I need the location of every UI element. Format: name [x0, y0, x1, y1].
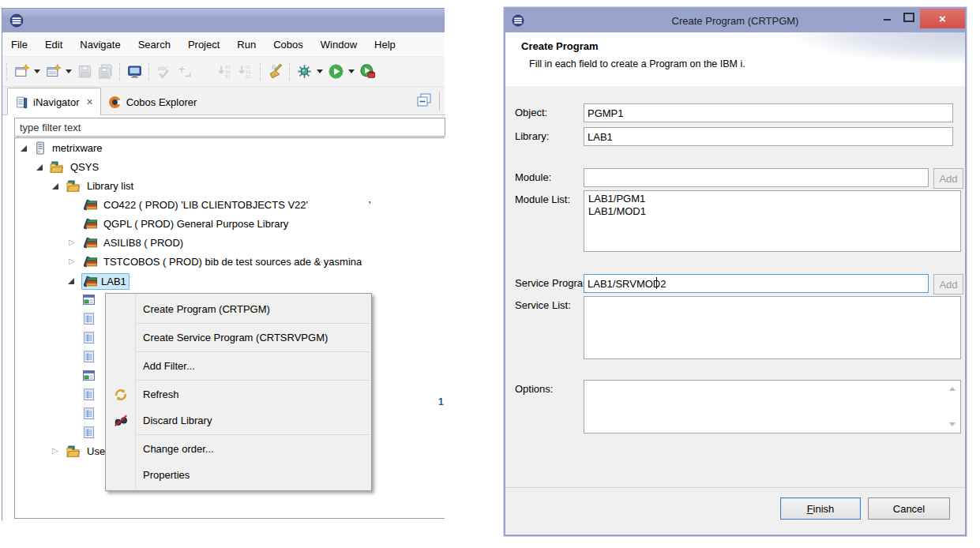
menu-edit[interactable]: Edit: [36, 32, 71, 56]
datafile-icon: [82, 407, 96, 420]
scroll-up-icon[interactable]: [949, 387, 956, 391]
new-wizard-dropdown[interactable]: [34, 69, 40, 73]
tab-label: Cobos Explorer: [126, 96, 197, 108]
expanded-arrow-icon[interactable]: [52, 183, 58, 190]
datafile-icon: [82, 426, 96, 439]
library-icon: [84, 255, 97, 268]
tree-row[interactable]: CO422 ( PROD) 'LIB CLIENTOBJECTS V22' ': [15, 197, 445, 214]
debug-button[interactable]: [295, 62, 314, 81]
selection-highlight: LAB1: [81, 273, 130, 290]
tab-inavigator[interactable]: iNavigator ×: [7, 88, 101, 115]
dialog-titlebar[interactable]: Create Program (CRTPGM) ×: [505, 9, 965, 32]
add-element-button[interactable]: [175, 62, 193, 81]
toolbar-divider: [119, 63, 120, 81]
new-view-button[interactable]: [43, 62, 62, 81]
menu-separator: [137, 434, 370, 435]
window-titlebar[interactable]: [2, 9, 445, 32]
menu-help[interactable]: Help: [366, 32, 404, 56]
menu-item-change-order[interactable]: Change order...: [106, 436, 371, 462]
module-list-box[interactable]: LAB1/PGM1LAB1/MOD1: [584, 190, 961, 252]
binary-download-button[interactable]: [216, 62, 235, 81]
save-all-button[interactable]: [96, 62, 115, 81]
service-list-box[interactable]: [584, 296, 961, 359]
library-icon: [84, 217, 97, 231]
program-icon: [82, 293, 96, 306]
expanded-arrow-icon[interactable]: [36, 164, 43, 171]
clean-button[interactable]: [265, 62, 284, 81]
module-add-button[interactable]: Add: [933, 168, 963, 189]
spell-check-button[interactable]: [154, 62, 173, 81]
tree-row[interactable]: ▷ TSTCOBOS ( PROD) bib de test sources a…: [15, 253, 445, 271]
folder-icon: [66, 179, 80, 193]
wizard-header: Create Program Fill in each field to cre…: [505, 32, 965, 87]
datafile-icon: [82, 331, 96, 344]
expanded-arrow-icon[interactable]: [21, 145, 27, 152]
menu-item-discard-library[interactable]: Discard Library: [106, 407, 371, 434]
tree-row[interactable]: QGPL ( PROD) General Purpose Library: [15, 216, 445, 233]
menu-item-refresh[interactable]: Refresh: [106, 381, 371, 407]
maximize-button[interactable]: [898, 9, 920, 26]
service-program-add-button[interactable]: Add: [933, 274, 963, 295]
stray-apostrophe: ': [369, 199, 370, 211]
collapsed-arrow-icon[interactable]: ▷: [69, 257, 75, 265]
menu-window[interactable]: Window: [312, 32, 366, 56]
menu-project[interactable]: Project: [179, 32, 228, 56]
console-button[interactable]: [125, 62, 144, 81]
options-textarea[interactable]: [584, 380, 961, 434]
tree-row-selected[interactable]: LAB1: [15, 272, 445, 290]
button-bar-divider: [505, 487, 965, 488]
finish-button[interactable]: Finish: [780, 497, 861, 520]
tree-row[interactable]: QSYS: [15, 159, 445, 176]
menu-navigate[interactable]: Navigate: [71, 32, 129, 56]
save-button[interactable]: [75, 62, 94, 81]
menu-item-add-filter[interactable]: Add Filter...: [106, 353, 371, 379]
tab-close-icon[interactable]: ×: [87, 96, 93, 108]
menu-item-properties[interactable]: Properties: [106, 462, 371, 488]
folder-icon: [66, 445, 80, 458]
tree-row[interactable]: Library list: [15, 178, 445, 195]
run-dropdown[interactable]: [348, 69, 355, 73]
options-label: Options:: [515, 383, 553, 395]
run-external-button[interactable]: [358, 62, 377, 81]
menu-item-create-program[interactable]: Create Program (CRTPGM): [106, 296, 371, 322]
filter-input[interactable]: [14, 118, 445, 137]
service-program-label: Service Program:: [515, 277, 594, 289]
object-field[interactable]: [584, 103, 953, 122]
debug-dropdown[interactable]: [317, 69, 323, 73]
cancel-button[interactable]: Cancel: [868, 497, 950, 520]
library-field[interactable]: [584, 127, 953, 146]
menu-run[interactable]: Run: [228, 32, 265, 56]
service-list-label: Service List:: [515, 299, 571, 311]
eclipse-logo-icon: [9, 13, 24, 28]
datafile-icon: [82, 350, 96, 363]
binary-download-alt-button[interactable]: [236, 62, 255, 81]
new-view-dropdown[interactable]: [66, 69, 72, 73]
toolbar-divider: [148, 63, 149, 81]
collapsed-arrow-icon[interactable]: ▷: [69, 238, 75, 246]
menu-item-create-service-program[interactable]: Create Service Program (CRTSRVPGM): [106, 325, 371, 351]
close-button[interactable]: ×: [920, 9, 965, 28]
cobos-logo-icon: [108, 96, 122, 109]
menu-separator: [137, 323, 370, 324]
minimize-view-icon[interactable]: [416, 93, 432, 107]
new-wizard-button[interactable]: [12, 62, 31, 81]
module-field[interactable]: [584, 168, 929, 187]
tree-row[interactable]: metrixware: [15, 140, 445, 157]
service-program-field[interactable]: [584, 274, 929, 293]
tab-cobos-explorer[interactable]: Cobos Explorer: [101, 89, 205, 115]
run-button[interactable]: [326, 62, 345, 81]
wizard-body: Object: Library: Module: Add Module List…: [505, 86, 965, 535]
filter-row: [2, 115, 445, 138]
expanded-arrow-icon[interactable]: [68, 278, 74, 284]
minimize-button[interactable]: [876, 9, 898, 26]
refresh-icon: [114, 388, 128, 402]
menu-cobos[interactable]: Cobos: [265, 32, 312, 56]
datafile-icon: [82, 388, 96, 401]
menu-file[interactable]: File: [2, 32, 36, 56]
module-list-label: Module List:: [515, 193, 570, 205]
menu-search[interactable]: Search: [130, 32, 179, 56]
collapsed-arrow-icon[interactable]: ▷: [52, 447, 58, 455]
scroll-down-icon[interactable]: [949, 422, 956, 426]
tree-row[interactable]: ▷ ASILIB8 ( PROD): [15, 235, 445, 252]
wizard-title: Create Program: [521, 40, 599, 52]
